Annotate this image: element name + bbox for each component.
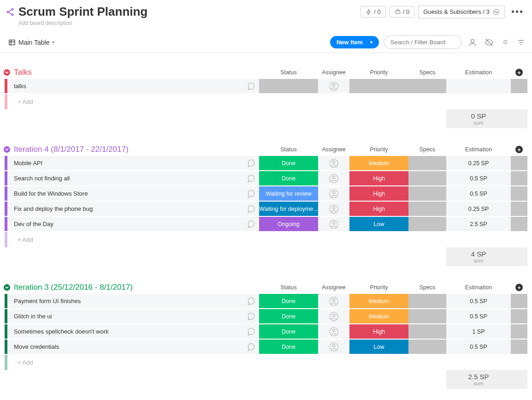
add-column-button[interactable]: + — [511, 284, 527, 291]
item-title[interactable]: Search not finding all — [7, 171, 242, 185]
table-row[interactable]: Move credentialsDoneLow0.5 SP — [5, 340, 527, 355]
priority-cell[interactable]: High — [349, 186, 408, 201]
col-header-estimation[interactable]: Estimation — [446, 284, 511, 291]
status-cell[interactable] — [259, 79, 318, 93]
group-collapse-toggle[interactable] — [4, 69, 10, 76]
item-title[interactable]: Mobile API — [7, 156, 242, 170]
priority-cell[interactable]: Medium — [349, 156, 408, 170]
automations-button[interactable]: / 0 — [361, 6, 385, 18]
assignee-cell[interactable] — [318, 79, 349, 93]
priority-cell[interactable]: High — [349, 324, 408, 339]
specs-cell[interactable] — [408, 202, 446, 216]
col-header-estimation[interactable]: Estimation — [446, 146, 511, 153]
group-title[interactable]: Iteration 4 (8/1/2017 - 22/1/2017) — [14, 145, 129, 154]
table-row[interactable]: Sometimes spellcheck doesn't workDoneHig… — [5, 324, 527, 340]
chat-icon[interactable] — [242, 79, 259, 93]
estimation-cell[interactable]: 0.5 SP — [446, 186, 511, 201]
chat-icon[interactable] — [242, 156, 259, 170]
specs-cell[interactable] — [408, 156, 446, 170]
status-cell[interactable]: Waiting for deployme... — [259, 202, 318, 216]
estimation-cell[interactable]: 2.5 SP — [446, 217, 511, 231]
col-header-priority[interactable]: Priority — [349, 146, 408, 153]
add-item-row[interactable]: + Add — [5, 355, 527, 370]
col-header-assignee[interactable]: Assignee — [318, 146, 349, 153]
col-header-specs[interactable]: Specs — [408, 146, 446, 153]
chat-icon[interactable] — [242, 202, 259, 216]
chat-icon[interactable] — [242, 186, 259, 201]
table-row[interactable]: Fix and deploy the phone bugWaiting for … — [5, 202, 527, 217]
item-title[interactable]: Fix and deploy the phone bug — [7, 202, 242, 216]
specs-cell[interactable] — [408, 309, 446, 323]
table-row[interactable]: Build for the Windows StoreWaiting for r… — [5, 186, 527, 202]
table-row[interactable]: Dev of the DayOngoingLow2.5 SP — [5, 217, 527, 232]
priority-cell[interactable]: Medium — [349, 309, 408, 323]
specs-cell[interactable] — [408, 171, 446, 185]
group-title[interactable]: Iteration 3 (25/12/2016 - 8/1/2017) — [14, 283, 133, 292]
chat-icon[interactable] — [242, 294, 259, 308]
specs-cell[interactable] — [408, 217, 446, 231]
item-title[interactable]: talks — [7, 79, 242, 93]
estimation-cell[interactable]: 0.25 SP — [446, 202, 511, 216]
specs-cell[interactable] — [408, 324, 446, 339]
specs-cell[interactable] — [408, 294, 446, 308]
group-collapse-toggle[interactable] — [4, 284, 10, 291]
assignee-cell[interactable] — [318, 340, 349, 354]
add-item-row[interactable]: + Add — [5, 232, 527, 247]
share-icon[interactable] — [6, 7, 15, 17]
item-title[interactable]: Sometimes spellcheck doesn't work — [7, 324, 242, 339]
status-cell[interactable]: Done — [259, 309, 318, 323]
col-header-status[interactable]: Status — [259, 284, 318, 291]
table-row[interactable]: Search not finding allDoneHigh0.5 SP — [5, 171, 527, 186]
hide-icon[interactable] — [483, 38, 495, 47]
assignee-cell[interactable] — [318, 186, 349, 201]
add-column-button[interactable]: + — [511, 146, 527, 153]
item-title[interactable]: Move credentials — [7, 340, 242, 354]
pin-icon[interactable] — [500, 38, 511, 47]
chat-icon[interactable] — [242, 309, 259, 323]
main-table-view-button[interactable]: Main Table ▾ — [6, 37, 57, 48]
search-input[interactable] — [384, 36, 462, 49]
assignee-cell[interactable] — [318, 171, 349, 185]
add-column-button[interactable]: + — [511, 69, 527, 76]
specs-cell[interactable] — [408, 186, 446, 201]
priority-cell[interactable]: Low — [349, 217, 408, 231]
estimation-cell[interactable]: 0.5 SP — [446, 309, 511, 323]
item-title[interactable]: Build for the Windows Store — [7, 186, 242, 201]
status-cell[interactable]: Done — [259, 171, 318, 185]
table-row[interactable]: Payment form UI finishesDoneMedium0.5 SP — [5, 294, 527, 309]
col-header-assignee[interactable]: Assignee — [318, 69, 349, 76]
integrations-button[interactable]: / 0 — [390, 6, 414, 18]
priority-cell[interactable] — [349, 79, 408, 93]
col-header-assignee[interactable]: Assignee — [318, 284, 349, 291]
status-cell[interactable]: Done — [259, 156, 318, 170]
table-row[interactable]: talks — [5, 79, 527, 94]
col-header-specs[interactable]: Specs — [408, 69, 446, 76]
priority-cell[interactable]: High — [349, 171, 408, 185]
chat-icon[interactable] — [242, 217, 259, 231]
status-cell[interactable]: Waiting for review — [259, 186, 318, 201]
table-row[interactable]: Glitch in the uiDoneMedium0.5 SP — [5, 309, 527, 324]
item-title[interactable]: Dev of the Day — [7, 217, 242, 231]
assignee-cell[interactable] — [318, 156, 349, 170]
specs-cell[interactable] — [408, 340, 446, 354]
estimation-cell[interactable]: 1 SP — [446, 324, 511, 339]
assignee-cell[interactable] — [318, 202, 349, 216]
assignee-cell[interactable] — [318, 324, 349, 339]
col-header-priority[interactable]: Priority — [349, 69, 408, 76]
board-description[interactable]: Add board description — [18, 20, 526, 26]
status-cell[interactable]: Done — [259, 324, 318, 339]
table-row[interactable]: Mobile APIDoneMedium0.25 SP — [5, 156, 527, 171]
estimation-cell[interactable]: 0.5 SP — [446, 171, 511, 185]
estimation-cell[interactable]: 0.25 SP — [446, 156, 511, 170]
estimation-cell[interactable]: 0.5 SP — [446, 340, 511, 354]
item-title[interactable]: Glitch in the ui — [7, 309, 242, 323]
more-menu-button[interactable]: ••• — [508, 6, 526, 17]
item-title[interactable]: Payment form UI finishes — [7, 294, 242, 308]
priority-cell[interactable]: High — [349, 202, 408, 216]
filter-icon[interactable] — [515, 38, 526, 47]
col-header-status[interactable]: Status — [259, 146, 318, 153]
chat-icon[interactable] — [242, 324, 259, 339]
col-header-priority[interactable]: Priority — [349, 284, 408, 291]
guests-subscribers-button[interactable]: Guests & Subscribers / 3 — [418, 6, 505, 18]
status-cell[interactable]: Done — [259, 294, 318, 308]
